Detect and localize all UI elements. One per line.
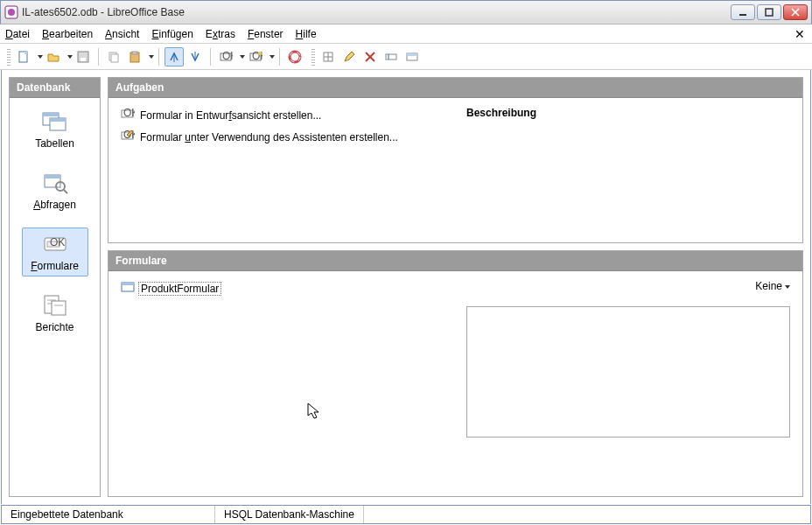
svg-rect-28 (386, 54, 396, 60)
menu-tools[interactable]: Extras (206, 28, 235, 40)
svg-point-22 (290, 52, 300, 62)
new-dropdown[interactable] (35, 55, 42, 59)
minimize-button[interactable] (731, 4, 755, 20)
task-item[interactable]: OKFormular unter Verwendung des Assisten… (121, 129, 449, 145)
svg-text:OK: OK (222, 50, 233, 62)
title-bar: IL-ates6502.odb - LibreOffice Base (0, 0, 812, 24)
sidebar-item-queries[interactable]: Abfragen (22, 166, 88, 215)
menu-help[interactable]: Hilfe (296, 28, 317, 40)
paste-button[interactable] (125, 47, 144, 66)
svg-rect-9 (80, 58, 86, 61)
svg-rect-46 (52, 301, 66, 315)
menu-view[interactable]: Ansicht (105, 28, 139, 40)
svg-line-39 (64, 190, 67, 193)
grip-icon (7, 48, 10, 66)
form-icon (121, 280, 135, 297)
view-selector-label: Keine (755, 280, 782, 292)
form-design-icon: OK (121, 107, 135, 123)
queries-icon (41, 171, 69, 195)
sidebar-item-tables[interactable]: Tabellen (22, 105, 88, 154)
menu-insert[interactable]: Einfügen (151, 28, 192, 40)
toolbar: OK OK (0, 44, 812, 70)
svg-text:OK: OK (252, 50, 262, 62)
svg-text:OK: OK (50, 236, 65, 248)
rename-tool-button[interactable] (382, 47, 401, 66)
svg-rect-13 (132, 52, 137, 54)
svg-rect-33 (43, 113, 59, 116)
svg-rect-35 (50, 118, 66, 122)
app-icon (4, 5, 18, 19)
menu-file[interactable]: Datei (5, 28, 30, 40)
svg-rect-3 (766, 9, 773, 16)
delete-tool-button[interactable] (360, 47, 380, 66)
menu-bar: Datei Bearbeiten Ansicht Einfügen Extras… (0, 24, 812, 44)
new-button[interactable] (14, 47, 33, 66)
task-item[interactable]: OKFormular in Entwurfsansicht erstellen.… (121, 107, 449, 123)
close-button[interactable] (783, 4, 808, 20)
sidebar-item-reports[interactable]: Berichte (22, 289, 88, 338)
form-wizard-dropdown[interactable] (267, 55, 274, 59)
copy-button[interactable] (104, 47, 123, 66)
description-label: Beschreibung (466, 107, 790, 119)
status-engine: HSQL Datenbank-Maschine (215, 506, 364, 523)
svg-rect-2 (739, 14, 746, 16)
sidebar-item-label: Abfragen (33, 199, 76, 211)
svg-point-1 (8, 9, 15, 16)
form-object[interactable]: ProduktFormular (121, 280, 221, 297)
preview-box (466, 306, 790, 438)
close-document-button[interactable]: ✕ (793, 27, 807, 41)
sidebar-item-label: Formulare (31, 260, 79, 272)
svg-rect-53 (122, 283, 134, 285)
maximize-button[interactable] (757, 4, 781, 20)
menu-window[interactable]: Fenster (248, 28, 284, 40)
forms-icon: OK (41, 232, 69, 256)
form-wizard-button[interactable]: OK (246, 47, 265, 66)
svg-text:OK: OK (123, 107, 135, 119)
edit-tool-button[interactable] (340, 47, 359, 66)
sort-desc-button[interactable] (186, 47, 205, 66)
sidebar-item-forms[interactable]: OKFormulare (22, 228, 88, 276)
svg-point-20 (258, 52, 262, 55)
svg-rect-31 (407, 53, 417, 56)
open-tool-button[interactable] (402, 47, 422, 66)
save-button[interactable] (74, 47, 93, 66)
window-title: IL-ates6502.odb - LibreOffice Base (22, 6, 731, 18)
database-sidebar: Datenbank TabellenAbfragenOKFormulareBer… (9, 77, 101, 497)
svg-rect-11 (111, 54, 118, 62)
reports-icon (41, 293, 69, 318)
forms-header: Formulare (108, 251, 802, 271)
svg-rect-7 (24, 52, 27, 54)
grip-icon (312, 48, 315, 66)
content-area: Datenbank TabellenAbfragenOKFormulareBer… (1, 70, 811, 504)
status-bar: Eingebettete Datenbank HSQL Datenbank-Ma… (1, 505, 811, 524)
task-label: Formular in Entwurfsansicht erstellen... (140, 109, 321, 122)
task-label: Formular unter Verwendung des Assistente… (140, 131, 398, 144)
sort-asc-button[interactable] (164, 47, 184, 66)
form-design-button[interactable]: OK (216, 47, 235, 66)
sidebar-header: Datenbank (10, 78, 100, 98)
table-tool-button[interactable] (318, 47, 338, 66)
form-wizard-icon: OK (121, 129, 135, 145)
form-object-name: ProduktFormular (138, 282, 221, 296)
tasks-panel: Aufgaben OKFormular in Entwurfsansicht e… (108, 77, 803, 243)
open-dropdown[interactable] (65, 55, 72, 59)
paste-dropdown[interactable] (146, 55, 153, 59)
status-embedded: Eingebettete Datenbank (2, 506, 215, 523)
forms-panel: Formulare ProduktFormular Keine (108, 250, 803, 497)
menu-edit[interactable]: Bearbeiten (42, 28, 93, 40)
tables-icon (41, 109, 69, 134)
tasks-header: Aufgaben (108, 78, 802, 98)
open-button[interactable] (44, 47, 63, 66)
sidebar-item-label: Berichte (35, 321, 74, 333)
sidebar-item-label: Tabellen (35, 137, 74, 150)
svg-rect-37 (45, 175, 60, 178)
help-button[interactable] (285, 47, 304, 66)
view-selector[interactable]: Keine (755, 280, 790, 292)
form-design-dropdown[interactable] (237, 55, 244, 59)
